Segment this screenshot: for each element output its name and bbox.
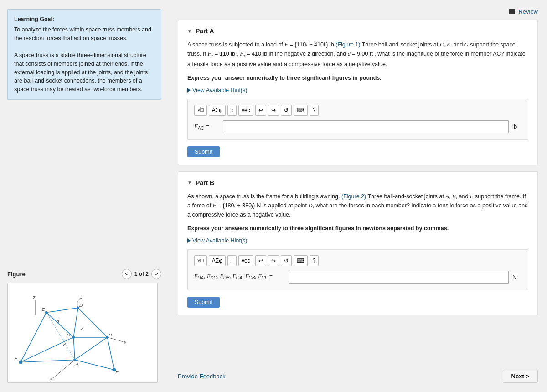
figure-next-button[interactable]: > [151, 269, 161, 279]
figure-page: 1 of 2 [134, 271, 149, 277]
figure-prev-button[interactable]: < [122, 269, 132, 279]
svg-line-36 [108, 337, 114, 370]
part-b-header[interactable]: ▼ Part B [187, 179, 528, 186]
part-a-input-label: FAC = [194, 123, 219, 131]
undo-button-a[interactable]: ↩ [255, 105, 266, 116]
redo-button-b[interactable]: ↪ [268, 255, 279, 266]
part-b-problem-text: As shown, a space truss is the frame for… [187, 192, 528, 219]
svg-text:y: y [124, 339, 127, 344]
sqrt-button-a[interactable]: √□ [194, 105, 207, 116]
figure-header: Figure < 1 of 2 > [7, 269, 161, 279]
part-b-input-label: FDA, FDC, FDB, FCA, FCB, FCE = [194, 273, 285, 280]
svg-line-37 [46, 312, 75, 360]
arrows-button-b[interactable]: ↕ [227, 255, 237, 266]
redo-button-a[interactable]: ↪ [268, 105, 279, 116]
part-b-instruction: Express your answers numerically to thre… [187, 224, 528, 233]
part-a-toolbar: √□ AΣφ ↕ vec ↩ ↪ ↺ ⌨ ? [194, 105, 521, 116]
svg-text:d: d [63, 343, 66, 347]
part-a-section: ▼ Part A A space truss is subjected to a… [178, 20, 538, 165]
svg-line-38 [46, 308, 78, 313]
figure-2-link[interactable]: (Figure 2) [341, 193, 366, 200]
svg-line-26 [46, 312, 73, 337]
part-b-answer-box: √□ AΣφ ↕ vec ↩ ↪ ↺ ⌨ ? [187, 249, 528, 290]
svg-text:A: A [75, 361, 79, 366]
figure-nav: < 1 of 2 > [122, 269, 161, 279]
figure-area: Figure < 1 of 2 > z [7, 255, 161, 383]
sqrt-button-b[interactable]: √□ [194, 255, 207, 266]
part-b-section: ▼ Part B As shown, a space truss is the … [178, 171, 538, 315]
bottom-bar: Provide Feedback Next > [178, 365, 538, 383]
part-a-unit: lb [512, 123, 521, 130]
svg-line-30 [73, 337, 75, 360]
part-b-unit: N [512, 273, 521, 280]
part-b-view-hints[interactable]: View Available Hint(s) [187, 237, 528, 244]
svg-text:F: F [115, 370, 119, 375]
keyboard-button-b[interactable]: ⌨ [294, 255, 308, 266]
part-a-problem-text: A space truss is subjected to a load of … [187, 40, 528, 69]
svg-text:G: G [14, 357, 18, 362]
figure-label: Figure [7, 271, 26, 278]
learning-goal-title: Learning Goal: [14, 15, 155, 24]
svg-text:B: B [108, 332, 112, 337]
svg-line-27 [73, 308, 78, 337]
svg-line-31 [75, 337, 107, 360]
svg-text:x: x [50, 376, 53, 381]
part-a-input-row: FAC = lb [194, 120, 521, 133]
part-a-answer-input[interactable] [223, 120, 509, 133]
learning-goal-box: Learning Goal: To analyze the forces wit… [7, 9, 161, 100]
vec-button-b[interactable]: vec [238, 255, 253, 266]
part-a-header[interactable]: ▼ Part A [187, 27, 528, 35]
vec-button-a[interactable]: vec [238, 105, 253, 116]
review-link[interactable]: Review [509, 8, 538, 15]
svg-text:E: E [42, 307, 45, 312]
aso-button-a[interactable]: AΣφ [209, 105, 226, 116]
hint-b-triangle-icon [187, 238, 191, 243]
hint-triangle-icon [187, 88, 191, 93]
refresh-button-b[interactable]: ↺ [281, 255, 292, 266]
part-a-submit-button[interactable]: Submit [187, 146, 220, 157]
svg-line-34 [21, 337, 73, 362]
svg-line-15 [108, 337, 124, 342]
learning-goal-line2: A space truss is a stable three-dimensio… [14, 51, 155, 94]
svg-line-33 [21, 360, 75, 362]
figure-canvas: z E D z d d [7, 283, 158, 383]
book-icon [509, 9, 515, 14]
arrows-button-a[interactable]: ↕ [227, 105, 237, 116]
part-a-answer-box: √□ AΣφ ↕ vec ↩ ↪ ↺ ⌨ ? [187, 99, 528, 140]
svg-text:z: z [32, 294, 36, 300]
svg-text:D: D [79, 303, 83, 308]
help-button-b[interactable]: ? [310, 255, 319, 266]
keyboard-button-a[interactable]: ⌨ [294, 105, 308, 116]
svg-text:z: z [79, 296, 82, 301]
review-bar: Review [178, 5, 538, 20]
svg-line-23 [53, 360, 75, 378]
svg-line-32 [21, 312, 46, 362]
part-b-toolbar: √□ AΣφ ↕ vec ↩ ↪ ↺ ⌨ ? [194, 255, 521, 266]
part-a-view-hints[interactable]: View Available Hint(s) [187, 87, 528, 93]
part-b-arrow: ▼ [187, 180, 192, 185]
next-button[interactable]: Next > [503, 370, 538, 383]
part-b-input-row: FDA, FDC, FDB, FCA, FCB, FCE = N [194, 271, 521, 284]
learning-goal-line1: To analyze the forces within space truss… [14, 26, 155, 43]
provide-feedback-link[interactable]: Provide Feedback [178, 373, 226, 380]
part-a-instruction: Express your answer numerically to three… [187, 73, 528, 83]
part-b-answer-input[interactable] [289, 271, 509, 284]
svg-text:d: d [81, 327, 84, 331]
svg-line-28 [78, 308, 107, 337]
part-a-arrow: ▼ [187, 29, 192, 34]
main-content: Review ▼ Part A A space truss is subject… [169, 0, 547, 392]
svg-line-35 [75, 360, 114, 370]
part-a-label: Part A [196, 27, 214, 35]
aso-button-b[interactable]: AΣφ [209, 255, 226, 266]
part-b-submit-button[interactable]: Submit [187, 297, 220, 308]
figure-1-link[interactable]: (Figure 1) [335, 41, 360, 48]
help-button-a[interactable]: ? [310, 105, 319, 116]
part-b-label: Part B [196, 179, 214, 186]
refresh-button-a[interactable]: ↺ [281, 105, 292, 116]
undo-button-b[interactable]: ↩ [255, 255, 266, 266]
